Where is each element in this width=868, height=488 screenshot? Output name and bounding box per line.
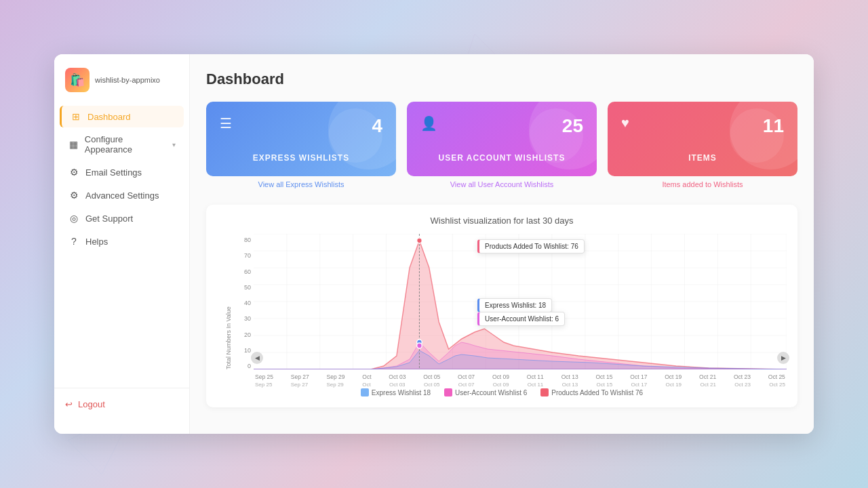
stat-cards-row: ☰ 4 EXPRESS WISHLISTS View all Express W… (206, 102, 797, 188)
legend-user-account: User-Account Wishlist 6 (444, 388, 527, 396)
dashboard-icon: ⊞ (70, 111, 82, 122)
legend-products-dot (540, 388, 549, 396)
sidebar-label-dashboard: Dashboard (87, 112, 131, 122)
logout-button[interactable]: ↩ Logout (65, 399, 178, 409)
legend-products-label: Products Added To Wishlist 76 (551, 389, 643, 396)
sidebar-item-configure[interactable]: ▦ Configure Appearance ▾ (60, 129, 184, 160)
sidebar-nav: ⊞ Dashboard ▦ Configure Appearance ▾ ⚙ E… (54, 106, 189, 388)
card-items[interactable]: ♥ 11 ITEMS (608, 102, 797, 176)
main-content: Dashboard ☰ 4 EXPRESS WISHLISTS View all… (190, 54, 814, 434)
chart-wrapper: Total Numbers In Value 80 70 60 50 40 30… (217, 234, 787, 383)
svg-point-32 (417, 343, 422, 348)
sidebar-label-helps: Helps (85, 237, 108, 247)
menu-icon: ☰ (220, 115, 232, 131)
legend-express: Express Wishlist 18 (361, 388, 431, 396)
advanced-settings-icon: ⚙ (68, 190, 80, 201)
sidebar-label-advanced: Advanced Settings (85, 190, 159, 201)
svg-point-30 (417, 238, 422, 243)
user-icon: 👤 (420, 115, 437, 131)
sidebar-item-support[interactable]: ◎ Get Support (60, 207, 184, 229)
support-icon: ◎ (68, 213, 80, 224)
legend-user-dot (444, 388, 452, 396)
user-wishlists-label: USER ACCOUNT WISHLISTS (420, 153, 583, 163)
email-settings-icon: ⚙ (68, 167, 80, 178)
sidebar-item-dashboard[interactable]: ⊞ Dashboard (60, 106, 184, 127)
sidebar-item-helps[interactable]: ? Helps (60, 230, 184, 252)
heart-icon: ♥ (621, 115, 629, 131)
card-express-wishlists[interactable]: ☰ 4 EXPRESS WISHLISTS (206, 102, 396, 176)
sidebar-footer: ↩ Logout (54, 388, 189, 420)
chart-container: Wishlist visualization for last 30 days … (206, 205, 797, 407)
logo-icon: 🛍️ (65, 68, 90, 92)
app-name: wishlist-by-appmixo (95, 75, 160, 85)
sidebar-item-advanced[interactable]: ⚙ Advanced Settings (60, 184, 184, 206)
legend-products: Products Added To Wishlist 76 (540, 388, 643, 396)
y-axis-label: Total Numbers In Value (222, 234, 232, 369)
items-label: ITEMS (621, 153, 784, 163)
scroll-right-button[interactable]: ▶ (777, 352, 789, 364)
chart-legend: Express Wishlist 18 User-Account Wishlis… (217, 388, 787, 396)
sidebar-label-email: Email Settings (85, 167, 142, 178)
chevron-down-icon: ▾ (172, 141, 176, 148)
chart-svg-area: Products Added To Wishlist: 76 Express W… (254, 234, 787, 383)
express-wishlists-label: EXPRESS WISHLISTS (220, 153, 382, 163)
legend-express-label: Express Wishlist 18 (372, 389, 431, 396)
sidebar-item-email[interactable]: ⚙ Email Settings (60, 161, 184, 183)
card-user-wishlists[interactable]: 👤 25 USER ACCOUNT WISHLISTS (407, 102, 597, 176)
sidebar-label-support: Get Support (85, 214, 133, 224)
legend-express-dot (361, 388, 369, 396)
logout-label: Logout (78, 399, 105, 409)
main-window: 🛍️ wishlist-by-appmixo ⊞ Dashboard ▦ Con… (54, 54, 814, 434)
sidebar: 🛍️ wishlist-by-appmixo ⊞ Dashboard ▦ Con… (54, 54, 190, 434)
helps-icon: ? (68, 236, 80, 247)
view-items-link[interactable]: Items added to Wishlists (608, 180, 797, 188)
chart-title: Wishlist visualization for last 30 days (217, 216, 787, 226)
view-user-wishlists-link[interactable]: View all User Account Wishlists (407, 180, 597, 188)
page-title: Dashboard (206, 70, 797, 88)
sidebar-label-configure: Configure Appearance (85, 134, 167, 155)
logout-icon: ↩ (65, 399, 73, 409)
configure-icon: ▦ (68, 139, 79, 150)
legend-user-label: User-Account Wishlist 6 (455, 389, 527, 396)
app-logo: 🛍️ wishlist-by-appmixo (54, 68, 189, 106)
view-express-wishlists-link[interactable]: View all Express Wishlists (206, 180, 396, 188)
scroll-left-button[interactable]: ◀ (251, 352, 263, 364)
